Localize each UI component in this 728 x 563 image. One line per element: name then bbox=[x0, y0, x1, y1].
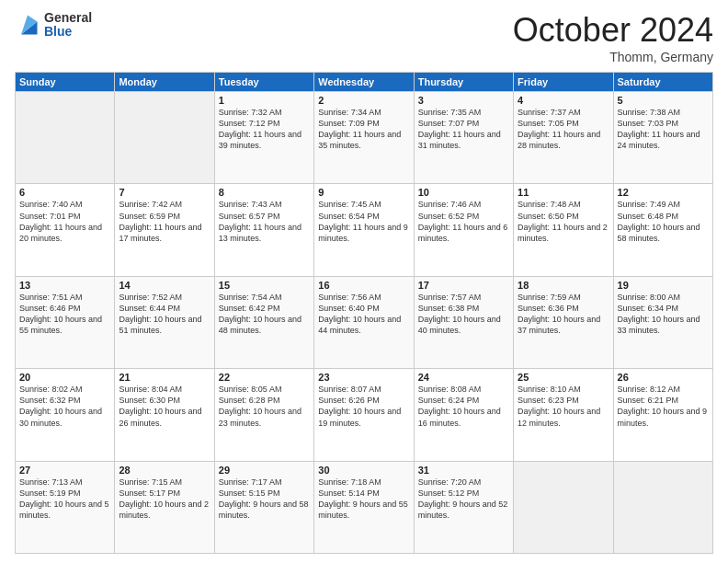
day-header-monday: Monday bbox=[115, 73, 214, 92]
cell-sun-info: Sunrise: 7:40 AM Sunset: 7:01 PM Dayligh… bbox=[19, 199, 110, 244]
logo-icon bbox=[15, 12, 40, 38]
day-number: 13 bbox=[19, 280, 110, 291]
calendar-cell: 12Sunrise: 7:49 AM Sunset: 6:48 PM Dayli… bbox=[613, 184, 712, 276]
calendar-week-2: 13Sunrise: 7:51 AM Sunset: 6:46 PM Dayli… bbox=[16, 276, 713, 368]
cell-sun-info: Sunrise: 7:13 AM Sunset: 5:19 PM Dayligh… bbox=[19, 477, 110, 522]
day-number: 3 bbox=[418, 95, 509, 106]
calendar-week-3: 20Sunrise: 8:02 AM Sunset: 6:32 PM Dayli… bbox=[16, 369, 713, 461]
day-number: 17 bbox=[418, 280, 509, 291]
cell-sun-info: Sunrise: 8:12 AM Sunset: 6:21 PM Dayligh… bbox=[618, 384, 709, 429]
day-header-sunday: Sunday bbox=[16, 73, 115, 92]
day-number: 7 bbox=[119, 187, 210, 198]
logo: General Blue bbox=[15, 11, 92, 40]
cell-sun-info: Sunrise: 7:54 AM Sunset: 6:42 PM Dayligh… bbox=[219, 292, 310, 337]
day-number: 6 bbox=[19, 187, 110, 198]
calendar-cell: 3Sunrise: 7:35 AM Sunset: 7:07 PM Daylig… bbox=[414, 92, 513, 184]
logo-text: General Blue bbox=[44, 11, 92, 40]
calendar-cell: 7Sunrise: 7:42 AM Sunset: 6:59 PM Daylig… bbox=[115, 184, 214, 276]
calendar-week-1: 6Sunrise: 7:40 AM Sunset: 7:01 PM Daylig… bbox=[16, 184, 713, 276]
logo-blue: Blue bbox=[44, 25, 92, 39]
day-number: 14 bbox=[119, 280, 210, 291]
calendar-cell: 17Sunrise: 7:57 AM Sunset: 6:38 PM Dayli… bbox=[414, 276, 513, 368]
calendar-cell: 24Sunrise: 8:08 AM Sunset: 6:24 PM Dayli… bbox=[414, 369, 513, 461]
calendar-cell: 5Sunrise: 7:38 AM Sunset: 7:03 PM Daylig… bbox=[613, 92, 712, 184]
logo-general: General bbox=[44, 11, 92, 25]
day-number: 20 bbox=[19, 372, 110, 383]
calendar-cell: 1Sunrise: 7:32 AM Sunset: 7:12 PM Daylig… bbox=[214, 92, 313, 184]
calendar-cell: 13Sunrise: 7:51 AM Sunset: 6:46 PM Dayli… bbox=[16, 276, 115, 368]
cell-sun-info: Sunrise: 7:49 AM Sunset: 6:48 PM Dayligh… bbox=[618, 199, 709, 244]
day-number: 31 bbox=[418, 465, 509, 476]
day-header-tuesday: Tuesday bbox=[214, 73, 313, 92]
day-header-wednesday: Wednesday bbox=[314, 73, 414, 92]
calendar-cell: 22Sunrise: 8:05 AM Sunset: 6:28 PM Dayli… bbox=[214, 369, 313, 461]
calendar-cell bbox=[514, 461, 613, 553]
cell-sun-info: Sunrise: 7:51 AM Sunset: 6:46 PM Dayligh… bbox=[19, 292, 110, 337]
day-number: 1 bbox=[219, 95, 310, 106]
calendar-cell: 19Sunrise: 8:00 AM Sunset: 6:34 PM Dayli… bbox=[613, 276, 712, 368]
day-number: 28 bbox=[119, 465, 210, 476]
cell-sun-info: Sunrise: 7:46 AM Sunset: 6:52 PM Dayligh… bbox=[418, 199, 509, 244]
day-header-friday: Friday bbox=[514, 73, 613, 92]
calendar-cell: 11Sunrise: 7:48 AM Sunset: 6:50 PM Dayli… bbox=[514, 184, 613, 276]
cell-sun-info: Sunrise: 7:18 AM Sunset: 5:14 PM Dayligh… bbox=[318, 477, 409, 522]
cell-sun-info: Sunrise: 7:57 AM Sunset: 6:38 PM Dayligh… bbox=[418, 292, 509, 337]
day-number: 19 bbox=[618, 280, 709, 291]
day-number: 2 bbox=[318, 95, 409, 106]
day-number: 24 bbox=[418, 372, 509, 383]
calendar-cell: 31Sunrise: 7:20 AM Sunset: 5:12 PM Dayli… bbox=[414, 461, 513, 553]
day-header-thursday: Thursday bbox=[414, 73, 513, 92]
header: General Blue October 2024 Thomm, Germany bbox=[15, 11, 713, 64]
day-number: 29 bbox=[219, 465, 310, 476]
cell-sun-info: Sunrise: 7:17 AM Sunset: 5:15 PM Dayligh… bbox=[219, 477, 310, 522]
calendar-cell: 26Sunrise: 8:12 AM Sunset: 6:21 PM Dayli… bbox=[613, 369, 712, 461]
calendar-header-row: SundayMondayTuesdayWednesdayThursdayFrid… bbox=[16, 73, 713, 92]
calendar-cell: 2Sunrise: 7:34 AM Sunset: 7:09 PM Daylig… bbox=[314, 92, 414, 184]
cell-sun-info: Sunrise: 7:48 AM Sunset: 6:50 PM Dayligh… bbox=[518, 199, 609, 244]
day-number: 12 bbox=[618, 187, 709, 198]
day-number: 16 bbox=[318, 280, 409, 291]
calendar-cell bbox=[16, 92, 115, 184]
calendar-cell: 14Sunrise: 7:52 AM Sunset: 6:44 PM Dayli… bbox=[115, 276, 214, 368]
cell-sun-info: Sunrise: 7:37 AM Sunset: 7:05 PM Dayligh… bbox=[518, 107, 609, 152]
cell-sun-info: Sunrise: 7:38 AM Sunset: 7:03 PM Dayligh… bbox=[618, 107, 709, 152]
calendar-cell: 27Sunrise: 7:13 AM Sunset: 5:19 PM Dayli… bbox=[16, 461, 115, 553]
cell-sun-info: Sunrise: 7:56 AM Sunset: 6:40 PM Dayligh… bbox=[318, 292, 409, 337]
cell-sun-info: Sunrise: 8:08 AM Sunset: 6:24 PM Dayligh… bbox=[418, 384, 509, 429]
day-number: 27 bbox=[19, 465, 110, 476]
calendar-cell: 30Sunrise: 7:18 AM Sunset: 5:14 PM Dayli… bbox=[314, 461, 414, 553]
calendar-cell: 25Sunrise: 8:10 AM Sunset: 6:23 PM Dayli… bbox=[514, 369, 613, 461]
calendar-week-4: 27Sunrise: 7:13 AM Sunset: 5:19 PM Dayli… bbox=[16, 461, 713, 553]
calendar-cell: 21Sunrise: 8:04 AM Sunset: 6:30 PM Dayli… bbox=[115, 369, 214, 461]
cell-sun-info: Sunrise: 7:32 AM Sunset: 7:12 PM Dayligh… bbox=[219, 107, 310, 152]
cell-sun-info: Sunrise: 7:45 AM Sunset: 6:54 PM Dayligh… bbox=[318, 199, 409, 244]
day-number: 30 bbox=[318, 465, 409, 476]
cell-sun-info: Sunrise: 8:05 AM Sunset: 6:28 PM Dayligh… bbox=[219, 384, 310, 429]
calendar-cell: 4Sunrise: 7:37 AM Sunset: 7:05 PM Daylig… bbox=[514, 92, 613, 184]
calendar-cell bbox=[115, 92, 214, 184]
calendar-cell: 23Sunrise: 8:07 AM Sunset: 6:26 PM Dayli… bbox=[314, 369, 414, 461]
cell-sun-info: Sunrise: 7:15 AM Sunset: 5:17 PM Dayligh… bbox=[119, 477, 210, 522]
calendar-cell bbox=[613, 461, 712, 553]
calendar-cell: 8Sunrise: 7:43 AM Sunset: 6:57 PM Daylig… bbox=[214, 184, 313, 276]
cell-sun-info: Sunrise: 7:42 AM Sunset: 6:59 PM Dayligh… bbox=[119, 199, 210, 244]
day-number: 26 bbox=[618, 372, 709, 383]
cell-sun-info: Sunrise: 7:43 AM Sunset: 6:57 PM Dayligh… bbox=[219, 199, 310, 244]
calendar-cell: 9Sunrise: 7:45 AM Sunset: 6:54 PM Daylig… bbox=[314, 184, 414, 276]
calendar-cell: 15Sunrise: 7:54 AM Sunset: 6:42 PM Dayli… bbox=[214, 276, 313, 368]
day-number: 11 bbox=[518, 187, 609, 198]
day-number: 8 bbox=[219, 187, 310, 198]
cell-sun-info: Sunrise: 8:07 AM Sunset: 6:26 PM Dayligh… bbox=[318, 384, 409, 429]
location-subtitle: Thomm, Germany bbox=[513, 50, 713, 64]
calendar-table: SundayMondayTuesdayWednesdayThursdayFrid… bbox=[15, 72, 713, 554]
calendar-cell: 10Sunrise: 7:46 AM Sunset: 6:52 PM Dayli… bbox=[414, 184, 513, 276]
calendar-week-0: 1Sunrise: 7:32 AM Sunset: 7:12 PM Daylig… bbox=[16, 92, 713, 184]
cell-sun-info: Sunrise: 7:35 AM Sunset: 7:07 PM Dayligh… bbox=[418, 107, 509, 152]
month-title: October 2024 bbox=[513, 11, 713, 50]
calendar-cell: 18Sunrise: 7:59 AM Sunset: 6:36 PM Dayli… bbox=[514, 276, 613, 368]
calendar-cell: 28Sunrise: 7:15 AM Sunset: 5:17 PM Dayli… bbox=[115, 461, 214, 553]
cell-sun-info: Sunrise: 8:04 AM Sunset: 6:30 PM Dayligh… bbox=[119, 384, 210, 429]
day-number: 4 bbox=[518, 95, 609, 106]
cell-sun-info: Sunrise: 8:10 AM Sunset: 6:23 PM Dayligh… bbox=[518, 384, 609, 429]
calendar-page: General Blue October 2024 Thomm, Germany… bbox=[0, 0, 728, 563]
